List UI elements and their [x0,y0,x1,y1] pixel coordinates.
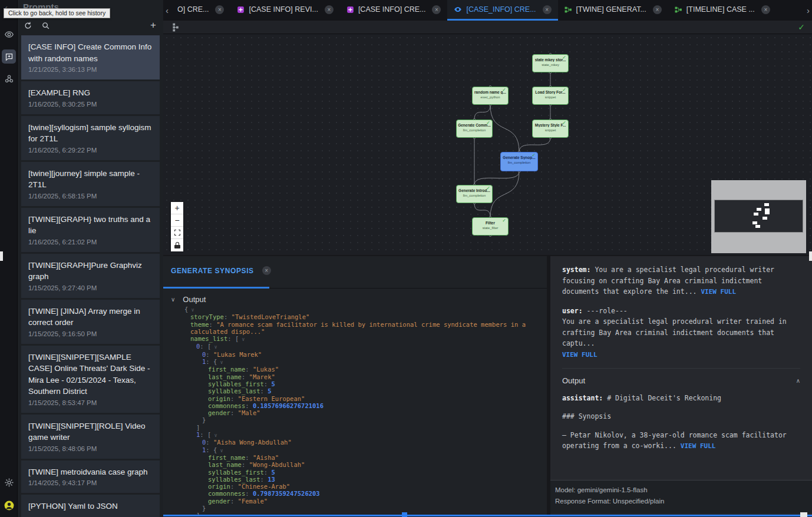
auto-layout-icon[interactable] [170,23,179,32]
zoom-out-button[interactable]: − [171,214,183,227]
zoom-in-button[interactable]: + [171,202,183,214]
node-success-check-icon: ✓ [486,185,490,191]
split-handle-right[interactable] [809,251,812,261]
json-punct: : [264,380,272,387]
json-key: commonness [208,490,245,497]
tab-active[interactable]: [CASE_INFO] CRE...× [447,0,557,21]
node-success-check-icon: ✓ [562,55,566,60]
list-item[interactable]: [TWINE] metroidvania case graph1/14/2025… [21,460,160,493]
graph-valid-check-icon: ✓ [798,22,805,32]
node-output-tab-close-icon[interactable]: × [262,266,271,275]
tab-close-icon[interactable]: × [215,5,224,14]
list-item[interactable]: [twine][syllogism] sample syllogism for … [21,116,160,160]
tab-close-icon[interactable]: × [653,5,662,14]
json-string: "Male" [238,409,260,416]
add-prompt-button[interactable]: + [150,19,156,31]
eye-icon[interactable] [2,27,16,41]
output-section-header[interactable]: ∨ Output [171,295,206,304]
split-handle-left[interactable] [0,251,3,261]
system-view-full-link[interactable]: VIEW FULL [701,288,736,296]
list-item-title: [TWINE] [JINJA] Array merge in correct o… [28,306,153,329]
flow-canvas[interactable]: state mkey stor...state_mkey✓random name… [163,34,812,255]
json-punct: : [227,335,235,342]
json-key: syllables_first [208,380,264,387]
json-punct: ∨ [217,359,223,365]
minimap-node-dot [763,217,767,220]
node-subtitle: exec_python [473,95,508,99]
list-item-date: 1/16/2025, 8:30:25 PM [28,101,153,108]
list-item[interactable]: [TWINE] [JINJA] Array merge in correct o… [21,300,160,344]
prompt-chat-icon[interactable] [2,49,16,64]
model-name: Model: gemini/gemini-1.5-flash [555,485,812,496]
tab-item[interactable]: O] CRE...× [171,0,230,21]
list-item[interactable]: [twine][journey] simple sample - 2T1L1/1… [21,162,160,206]
list-item[interactable]: [TWINE][GRAPH]Pure Graphviz graph1/15/20… [21,254,160,298]
minimap-node-dot [764,203,769,206]
json-punct: : [260,476,268,483]
list-item[interactable]: [TWINE][SNIPPET][SAMPLE CASE] Online Thr… [21,346,160,413]
list-item[interactable]: [PYTHON] Yaml to JSON [21,495,160,517]
user-avatar-icon[interactable] [2,498,16,512]
list-item[interactable]: [CASE INFO] Create Common Info with rand… [21,35,160,79]
flow-node[interactable]: Mystery Style F...snippet✓ [532,120,569,138]
tabs-scroll-left-icon[interactable]: ‹ [163,0,171,21]
json-punct: : [206,439,213,446]
list-item-title: [CASE INFO] Create Common Info with rand… [28,41,153,64]
tab-close-icon[interactable]: × [325,5,334,14]
minimap[interactable] [711,180,806,253]
fit-view-button[interactable] [171,227,183,239]
lock-button[interactable] [171,239,183,251]
workflow-icon[interactable] [2,72,16,86]
user-view-full-link[interactable]: VIEW FULL [562,351,598,359]
json-line: last_name: "Marek" [163,373,547,380]
flow-node[interactable]: Load Story For...snippet✓ [532,87,569,105]
tab-close-icon[interactable]: × [761,5,770,14]
json-key: origin [208,395,230,402]
tab-item[interactable]: [TWINE] GENERAT...× [558,0,668,21]
json-line: 1: [ ∨ [163,431,547,439]
tab-close-icon[interactable]: × [432,5,441,14]
json-tree[interactable]: { ∨storyType: "TwistedLoveTriangle"theme… [163,306,547,515]
tab-bar: ‹ O] CRE...×[CASE INFO] REVI...×[CASE IN… [163,0,812,21]
node-success-check-icon: ✓ [502,218,506,223]
chevron-down-icon[interactable]: ∨ [171,296,175,303]
output-collapse-header[interactable]: Output ∧ [562,368,800,393]
settings-gear-icon[interactable] [2,475,16,489]
graph-green-icon [565,6,572,14]
graph-green-icon [675,6,682,14]
json-line: syllables_last: 13 [163,476,547,483]
list-item-date: 1/15/2025, 8:48:06 PM [28,445,153,452]
tab-item[interactable]: [TIMELINE] CASE ...× [668,0,777,21]
json-string: "Wong-Abdullah" [249,461,305,468]
json-punct: ∨ [211,432,217,438]
list-item[interactable]: [EXAMPLE] RNG1/16/2025, 8:30:25 PM [21,81,160,114]
node-output-header: GENERATE SYNOPSIS × [163,256,547,289]
bottom-resize-bar[interactable] [163,515,812,516]
chevron-up-icon[interactable]: ∧ [796,376,800,387]
list-item[interactable]: [TWINE][GRAPH} two truths and a lie1/16/… [21,208,160,252]
tab-close-icon[interactable]: × [543,5,552,14]
list-item[interactable]: [TWINE][SNIPPET][ROLE] Video game writer… [21,415,160,459]
flow-node[interactable]: Filterstate_filter✓ [472,217,509,236]
flow-node[interactable]: Generate Synop...llm_completion✓ [500,152,538,171]
json-punct: : [206,351,213,358]
flow-node[interactable]: Generate Comm...llm_completion✓ [456,120,493,138]
bottom-resize-knob[interactable] [402,512,407,517]
assistant-view-full-link[interactable]: VIEW FULL [681,442,716,450]
flow-node[interactable]: random name g...exec_python✓ [472,87,509,105]
refresh-icon[interactable] [24,21,32,30]
search-icon[interactable] [41,21,50,30]
json-punct: ∨ [217,448,223,453]
json-number: 13 [268,476,275,483]
list-item-title: [TWINE] metroidvania case graph [28,466,153,478]
node-output-tab[interactable]: GENERATE SYNOPSIS × [171,266,271,275]
flow-node[interactable]: Generate Introd...llm_completion✓ [456,185,493,203]
json-punct: : [245,402,253,409]
tab-item[interactable]: [CASE INFO] REVI...× [230,0,339,21]
user-role-line: ---role--- [583,307,628,315]
tabs-scroll-right-icon[interactable]: › [804,0,812,21]
tab-item[interactable]: [CASE INFO] CRE...× [340,0,448,21]
bottom-resize-knob-right[interactable] [800,512,807,517]
json-punct: } [202,505,206,512]
flow-node[interactable]: state mkey stor...state_mkey✓ [532,54,569,72]
